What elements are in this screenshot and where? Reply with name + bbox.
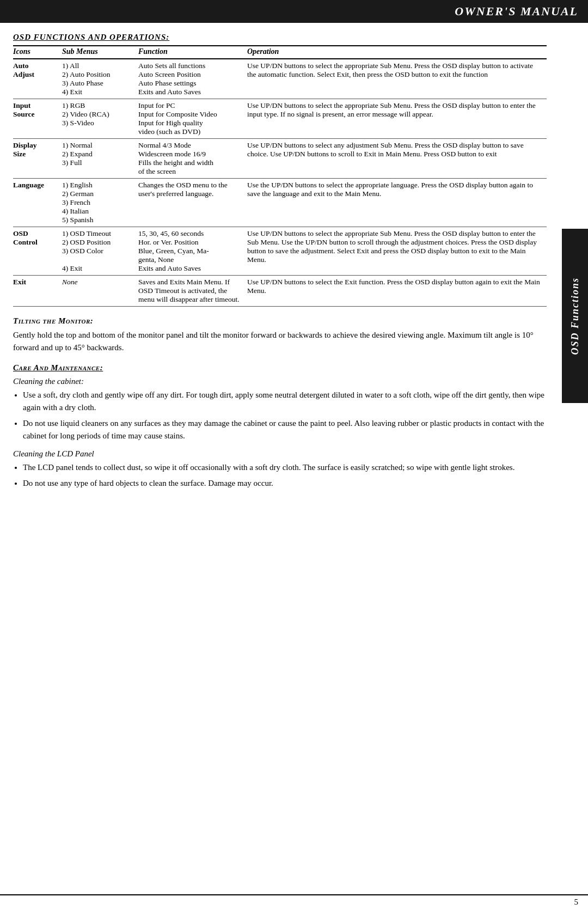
side-tab-text: OSD Functions <box>569 277 581 355</box>
table-row: DisplaySize 1) Normal2) Expand3) Full No… <box>13 139 547 179</box>
table-row: OSDControl 1) OSD Timeout2) OSD Position… <box>13 227 547 276</box>
row-operation: Use UP/DN buttons to select the appropri… <box>247 227 547 276</box>
table-row: Exit None Saves and Exits Main Menu. If … <box>13 276 547 307</box>
row-submenus: 1) Normal2) Expand3) Full <box>62 139 138 179</box>
row-function: Normal 4/3 ModeWidescreen mode 16/9Fills… <box>138 139 247 179</box>
row-operation: Use UP/DN buttons to select any adjustme… <box>247 139 547 179</box>
col-header-submenus: Sub Menus <box>62 46 138 59</box>
list-item: Do not use any type of hard objects to c… <box>23 477 547 490</box>
table-row: AutoAdjust 1) All2) Auto Position3) Auto… <box>13 59 547 99</box>
osd-section-heading: OSD Functions and Operations: <box>13 33 547 42</box>
row-function: Input for PCInput for Composite VideoInp… <box>138 99 247 139</box>
col-header-icons: Icons <box>13 46 62 59</box>
col-header-operation: Operation <box>247 46 547 59</box>
table-header-row: Icons Sub Menus Function Operation <box>13 46 547 59</box>
row-icon: Exit <box>13 276 62 307</box>
row-operation: Use the UP/DN buttons to select the appr… <box>247 179 547 227</box>
main-content: OSD Functions and Operations: Icons Sub … <box>0 23 560 506</box>
lcd-bullets: The LCD panel tends to collect dust, so … <box>23 461 547 490</box>
osd-table: Icons Sub Menus Function Operation AutoA… <box>13 45 547 307</box>
row-submenus: 1) All2) Auto Position3) Auto Phase4) Ex… <box>62 59 138 99</box>
row-icon: OSDControl <box>13 227 62 276</box>
page-number: 5 <box>574 898 579 907</box>
care-heading: Care And Maintenance: <box>13 363 547 373</box>
row-submenus: 1) OSD Timeout2) OSD Position3) OSD Colo… <box>62 227 138 276</box>
side-tab: OSD Functions <box>562 229 588 403</box>
row-operation: Use UP/DN buttons to select the Exit fun… <box>247 276 547 307</box>
row-submenus: 1) RGB2) Video (RCA)3) S-Video <box>62 99 138 139</box>
tilting-text: Gently hold the top and bottom of the mo… <box>13 329 547 355</box>
tilting-heading: Tilting the Monitor: <box>13 316 547 326</box>
list-item: Do not use liquid cleaners on any surfac… <box>23 417 547 443</box>
list-item: The LCD panel tends to collect dust, so … <box>23 461 547 474</box>
row-function: 15, 30, 45, 60 secondsHor. or Ver. Posit… <box>138 227 247 276</box>
row-icon: Language <box>13 179 62 227</box>
cabinet-bullets: Use a soft, dry cloth and gently wipe of… <box>23 389 547 443</box>
page-header: Owner's Manual <box>0 0 588 23</box>
row-icon: AutoAdjust <box>13 59 62 99</box>
row-submenus: None <box>62 276 138 307</box>
row-function: Saves and Exits Main Menu. If OSD Timeou… <box>138 276 247 307</box>
row-icon: InputSource <box>13 99 62 139</box>
table-row: InputSource 1) RGB2) Video (RCA)3) S-Vid… <box>13 99 547 139</box>
row-function: Auto Sets all functionsAuto Screen Posit… <box>138 59 247 99</box>
row-function: Changes the OSD menu to the user's prefe… <box>138 179 247 227</box>
table-row: Language 1) English2) German3) French4) … <box>13 179 547 227</box>
row-operation: Use UP/DN buttons to select the appropri… <box>247 99 547 139</box>
lcd-subheading: Cleaning the LCD Panel <box>13 449 547 459</box>
manual-title: Owner's Manual <box>455 4 578 18</box>
row-submenus: 1) English2) German3) French4) Italian5)… <box>62 179 138 227</box>
row-operation: Use UP/DN buttons to select the appropri… <box>247 59 547 99</box>
list-item: Use a soft, dry cloth and gently wipe of… <box>23 389 547 414</box>
cabinet-subheading: Cleaning the cabinet: <box>13 377 547 386</box>
col-header-function: Function <box>138 46 247 59</box>
page-number-bar: 5 <box>0 894 588 909</box>
row-icon: DisplaySize <box>13 139 62 179</box>
